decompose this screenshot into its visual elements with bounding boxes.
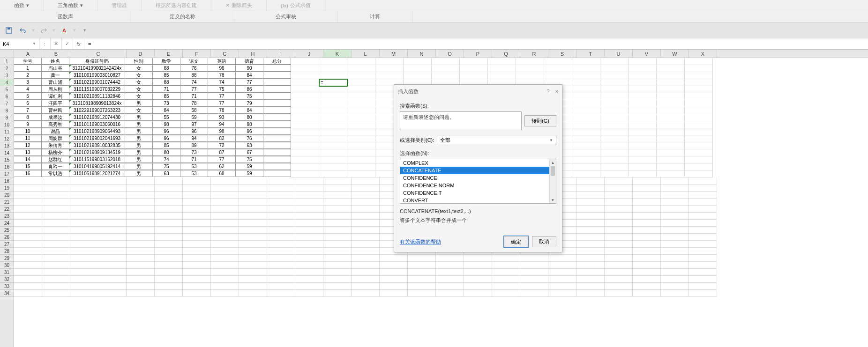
- cell[interactable]: 姓名: [41, 58, 69, 65]
- cell[interactable]: [685, 128, 713, 135]
- cell[interactable]: [605, 255, 633, 262]
- cell[interactable]: [127, 283, 155, 290]
- cell[interactable]: [633, 234, 661, 241]
- cell[interactable]: [295, 269, 323, 276]
- cell[interactable]: [319, 135, 347, 142]
- cell[interactable]: [352, 262, 380, 269]
- cell[interactable]: 310101199003060016: [69, 121, 125, 128]
- cell[interactable]: [633, 192, 661, 199]
- cell[interactable]: [239, 248, 267, 255]
- cell[interactable]: [576, 220, 605, 227]
- cell[interactable]: [347, 65, 375, 72]
- cell[interactable]: [211, 255, 239, 262]
- cell[interactable]: [633, 227, 661, 234]
- cell[interactable]: [657, 72, 685, 79]
- cell[interactable]: [492, 269, 520, 276]
- cell[interactable]: [323, 234, 352, 241]
- cell[interactable]: [183, 220, 211, 227]
- cell[interactable]: [127, 276, 155, 283]
- cell[interactable]: [183, 199, 211, 206]
- cell[interactable]: [689, 276, 717, 283]
- cell[interactable]: [352, 276, 380, 283]
- cell[interactable]: 59: [235, 163, 263, 170]
- cell[interactable]: [42, 192, 70, 199]
- cell[interactable]: [70, 234, 127, 241]
- cell[interactable]: 杨柳齐: [41, 149, 69, 156]
- cell[interactable]: [155, 199, 183, 206]
- cell[interactable]: [492, 255, 520, 262]
- row-header-24[interactable]: 24: [0, 220, 14, 227]
- cell[interactable]: [291, 156, 319, 163]
- chevron-down-icon[interactable]: ▼: [32, 42, 36, 46]
- cell[interactable]: [155, 234, 183, 241]
- cell[interactable]: 周从刚: [41, 86, 69, 93]
- cell[interactable]: 77: [235, 79, 263, 86]
- cell[interactable]: [70, 283, 127, 290]
- cell[interactable]: [629, 149, 657, 156]
- cell[interactable]: [629, 128, 657, 135]
- cell[interactable]: 男: [125, 135, 153, 142]
- cell[interactable]: [263, 156, 291, 163]
- cell[interactable]: 87: [208, 149, 236, 156]
- cell[interactable]: [295, 290, 323, 297]
- cell[interactable]: [323, 192, 352, 199]
- cell[interactable]: [689, 213, 717, 220]
- cell[interactable]: [155, 220, 183, 227]
- cell[interactable]: [685, 93, 713, 100]
- cell[interactable]: 90: [235, 65, 263, 72]
- cell[interactable]: [488, 65, 516, 72]
- cell[interactable]: [685, 114, 713, 121]
- cell[interactable]: 59: [180, 114, 208, 121]
- cell[interactable]: [291, 86, 319, 93]
- cell[interactable]: [460, 58, 488, 65]
- cell[interactable]: [408, 276, 436, 283]
- cell[interactable]: [127, 227, 155, 234]
- cell[interactable]: [633, 276, 661, 283]
- cell[interactable]: [408, 255, 436, 262]
- cell[interactable]: 96: [180, 128, 208, 135]
- row-header-1[interactable]: 1: [0, 58, 14, 65]
- cell[interactable]: [319, 114, 347, 121]
- cell[interactable]: [572, 72, 600, 79]
- cell[interactable]: [661, 227, 689, 234]
- cell[interactable]: [576, 199, 605, 206]
- cell[interactable]: 82: [208, 135, 236, 142]
- cell[interactable]: [572, 156, 600, 163]
- cell[interactable]: [436, 283, 464, 290]
- cell[interactable]: [42, 269, 70, 276]
- cell[interactable]: 冯山谷: [41, 65, 69, 72]
- cell[interactable]: [492, 262, 520, 269]
- cell[interactable]: [323, 262, 352, 269]
- cell[interactable]: 67: [235, 149, 263, 156]
- cell[interactable]: [70, 220, 127, 227]
- cell[interactable]: 13: [14, 149, 42, 156]
- col-header-E[interactable]: E: [155, 50, 183, 58]
- cell[interactable]: [14, 206, 42, 213]
- cell[interactable]: [239, 227, 267, 234]
- cell[interactable]: [127, 241, 155, 248]
- cell[interactable]: 11: [14, 135, 42, 142]
- cell[interactable]: [380, 290, 408, 297]
- cell[interactable]: [352, 206, 380, 213]
- cell[interactable]: [516, 58, 544, 65]
- cell[interactable]: [600, 142, 629, 149]
- cell[interactable]: [600, 149, 629, 156]
- cell[interactable]: [352, 255, 380, 262]
- cell[interactable]: [629, 65, 657, 72]
- cell[interactable]: 55: [152, 114, 180, 121]
- cell[interactable]: [183, 227, 211, 234]
- cell[interactable]: [488, 72, 516, 79]
- cell[interactable]: [239, 220, 267, 227]
- cell[interactable]: [14, 276, 42, 283]
- cell[interactable]: [548, 290, 576, 297]
- cell[interactable]: [295, 248, 323, 255]
- function-list-item[interactable]: CONFIDENCE.NORM: [400, 182, 549, 189]
- cell[interactable]: 男: [125, 163, 153, 170]
- cell[interactable]: [42, 234, 70, 241]
- cell[interactable]: [572, 107, 600, 114]
- cell[interactable]: [572, 79, 600, 86]
- cell[interactable]: 310104199005192414: [69, 163, 125, 170]
- row-header-14[interactable]: 14: [0, 149, 14, 156]
- cell[interactable]: [685, 100, 713, 107]
- cell[interactable]: [404, 65, 432, 72]
